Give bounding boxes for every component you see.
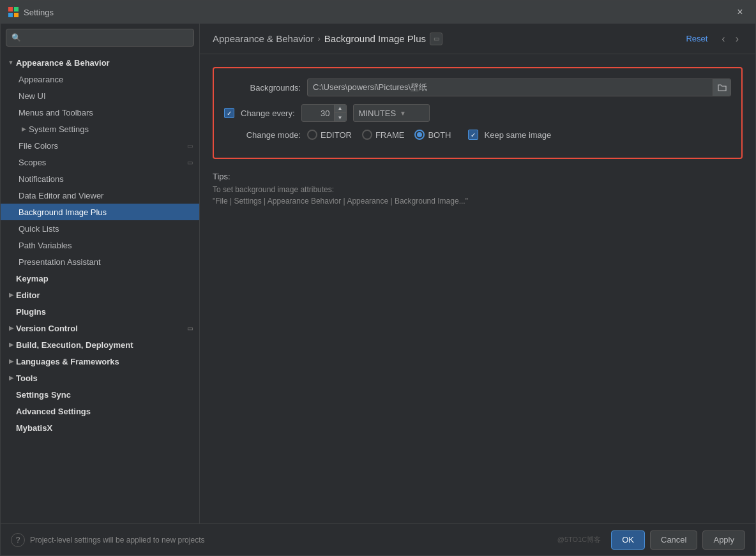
keep-same-image-checkbox[interactable]: ✓	[468, 130, 478, 140]
nav-arrows: ‹ ›	[718, 32, 743, 46]
sidebar-item-editor[interactable]: ▶ Editor	[1, 287, 199, 303]
sidebar-item-label: Presentation Assistant	[19, 257, 194, 267]
change-every-value-input[interactable]	[302, 109, 334, 118]
sidebar-item-label: Settings Sync	[16, 390, 194, 400]
close-button[interactable]: ×	[732, 4, 748, 20]
sidebar-item-presentation-assistant[interactable]: Presentation Assistant	[1, 253, 199, 270]
sidebar-item-notifications[interactable]: Notifications	[1, 170, 199, 187]
radio-group: EDITOR FRAME BOTH	[307, 130, 451, 140]
main-content: Appearance & Behavior › Background Image…	[200, 24, 755, 523]
chevron-right-icon: ▶	[6, 356, 16, 366]
time-unit-value: MINUTES	[359, 109, 397, 118]
chevron-right-icon: ▶	[19, 124, 29, 134]
backgrounds-label: Backgrounds:	[224, 83, 301, 93]
sidebar-item-label: New UI	[19, 91, 194, 101]
spin-down-button[interactable]: ▼	[335, 113, 346, 122]
svg-rect-2	[8, 13, 13, 17]
breadcrumb-current: Background Image Plus	[324, 33, 426, 44]
radio-circle-both	[414, 130, 425, 140]
sidebar-item-label: Scopes	[19, 158, 185, 167]
breadcrumb-parent: Appearance & Behavior	[213, 33, 314, 44]
dialog-title: Settings	[24, 8, 727, 17]
tips-title: Tips:	[213, 172, 743, 181]
sidebar-item-quick-lists[interactable]: Quick Lists	[1, 220, 199, 237]
backgrounds-path-input[interactable]	[308, 83, 713, 93]
path-input-container	[307, 79, 731, 96]
sidebar-item-new-ui[interactable]: New UI	[1, 87, 199, 104]
radio-label-frame: FRAME	[375, 130, 405, 140]
time-unit-select[interactable]: MINUTES ▼	[353, 104, 430, 122]
tips-description: To set background image attributes:	[213, 185, 743, 194]
pin-tab-button[interactable]: ▭	[430, 33, 442, 45]
chevron-down-icon: ▼	[400, 110, 424, 117]
sidebar-item-build-execution[interactable]: ▶ Build, Execution, Deployment	[1, 336, 199, 353]
sidebar-item-advanced-settings[interactable]: ▶ Advanced Settings	[1, 403, 199, 419]
change-every-label: Change every:	[241, 109, 295, 118]
change-every-row: ✓ Change every: ▲ ▼ MINUTES ▼	[224, 104, 731, 122]
chevron-right-icon: ▶	[6, 373, 16, 383]
main-body: Backgrounds: ✓ Cha	[200, 54, 755, 523]
content-area: 🔍 ▼ Appearance & Behavior Appearance New…	[1, 24, 755, 523]
sidebar-item-label: Advanced Settings	[16, 407, 194, 416]
radio-frame[interactable]: FRAME	[362, 130, 405, 140]
sidebar-item-background-image-plus[interactable]: Background Image Plus	[1, 204, 199, 220]
sidebar-item-file-colors[interactable]: File Colors ▭	[1, 137, 199, 154]
sidebar-item-system-settings[interactable]: ▶ System Settings	[1, 121, 199, 137]
title-bar: Settings ×	[1, 1, 755, 24]
breadcrumb: Appearance & Behavior › Background Image…	[213, 33, 442, 45]
change-mode-row: Change mode: EDITOR FRAME	[224, 130, 731, 140]
chevron-right-icon: ▶	[6, 323, 16, 333]
cancel-button[interactable]: Cancel	[650, 530, 697, 550]
sidebar-tree: ▼ Appearance & Behavior Appearance New U…	[1, 52, 199, 523]
sidebar-item-keymap[interactable]: ▶ Keymap	[1, 270, 199, 287]
reset-button[interactable]: Reset	[681, 31, 713, 46]
change-every-checkbox[interactable]: ✓	[224, 108, 234, 118]
sidebar-item-scopes[interactable]: Scopes ▭	[1, 154, 199, 170]
forward-button[interactable]: ›	[732, 32, 743, 46]
sidebar-item-tools[interactable]: ▶ Tools	[1, 370, 199, 386]
spin-buttons: ▲ ▼	[334, 104, 346, 122]
apply-button[interactable]: Apply	[702, 530, 745, 550]
footer-status: Project-level settings will be applied t…	[30, 536, 552, 545]
pin-icon: ▭	[185, 158, 194, 167]
sidebar-item-languages-frameworks[interactable]: ▶ Languages & Frameworks	[1, 353, 199, 370]
radio-label-both: BOTH	[428, 130, 451, 140]
change-mode-label: Change mode:	[224, 130, 301, 140]
radio-circle-editor	[307, 130, 317, 140]
chevron-down-icon: ▼	[6, 57, 16, 68]
sidebar-item-label: Tools	[16, 373, 194, 383]
sidebar-item-path-variables[interactable]: Path Variables	[1, 237, 199, 253]
app-icon	[8, 7, 19, 17]
search-box[interactable]: 🔍	[6, 29, 194, 47]
sidebar-item-label: Notifications	[19, 174, 194, 184]
sidebar-item-mybatisx[interactable]: ▶ MybatisX	[1, 419, 199, 436]
ok-button[interactable]: OK	[611, 530, 645, 550]
search-input[interactable]	[25, 33, 188, 43]
radio-editor[interactable]: EDITOR	[307, 130, 352, 140]
radio-both[interactable]: BOTH	[414, 130, 451, 140]
sidebar-item-menus-toolbars[interactable]: Menus and Toolbars	[1, 104, 199, 121]
sidebar: 🔍 ▼ Appearance & Behavior Appearance New…	[1, 24, 200, 523]
spin-up-button[interactable]: ▲	[335, 104, 346, 113]
browse-folder-button[interactable]	[713, 79, 730, 96]
sidebar-item-plugins[interactable]: ▶ Plugins	[1, 303, 199, 320]
settings-panel: Backgrounds: ✓ Cha	[213, 67, 743, 159]
watermark: @5TO1C博客	[557, 535, 601, 545]
radio-label-editor: EDITOR	[321, 130, 352, 140]
sidebar-item-label: Appearance	[19, 75, 194, 84]
sidebar-item-label: Appearance & Behavior	[16, 58, 194, 68]
sidebar-item-appearance[interactable]: Appearance	[1, 71, 199, 87]
back-button[interactable]: ‹	[718, 32, 729, 46]
chevron-right-icon: ▶	[6, 290, 16, 300]
sidebar-item-appearance-behavior[interactable]: ▼ Appearance & Behavior	[1, 54, 199, 71]
sidebar-item-settings-sync[interactable]: ▶ Settings Sync	[1, 386, 199, 403]
sidebar-item-label: System Settings	[29, 124, 194, 134]
sidebar-item-version-control[interactable]: ▶ Version Control ▭	[1, 320, 199, 336]
svg-rect-3	[14, 13, 19, 17]
sidebar-item-data-editor[interactable]: Data Editor and Viewer	[1, 187, 199, 204]
sidebar-item-label: Background Image Plus	[19, 207, 194, 217]
sidebar-item-label: Data Editor and Viewer	[19, 191, 194, 200]
help-button[interactable]: ?	[11, 533, 25, 547]
sidebar-item-label: MybatisX	[16, 423, 194, 433]
footer: ? Project-level settings will be applied…	[1, 523, 755, 555]
